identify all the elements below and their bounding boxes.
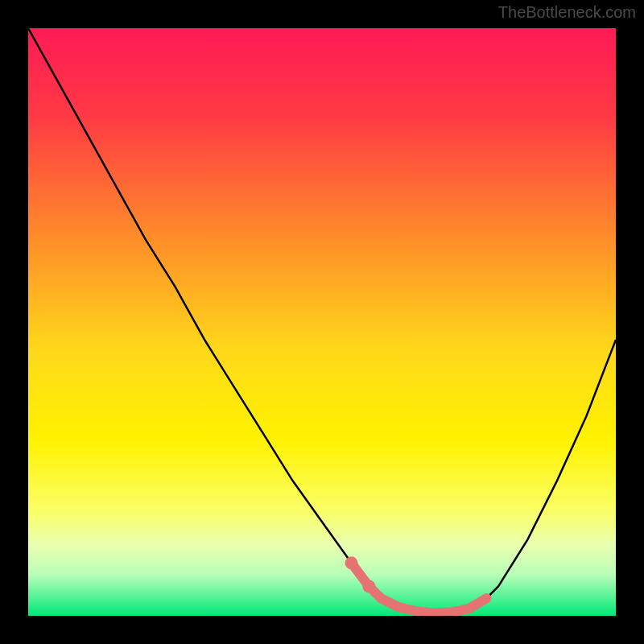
chart-svg (28, 28, 616, 616)
watermark-text: TheBottleneck.com (498, 3, 636, 22)
chart-plot-area (28, 28, 616, 616)
highlight-dot (362, 580, 375, 593)
chart-background (28, 28, 616, 616)
highlight-dot (345, 556, 358, 569)
